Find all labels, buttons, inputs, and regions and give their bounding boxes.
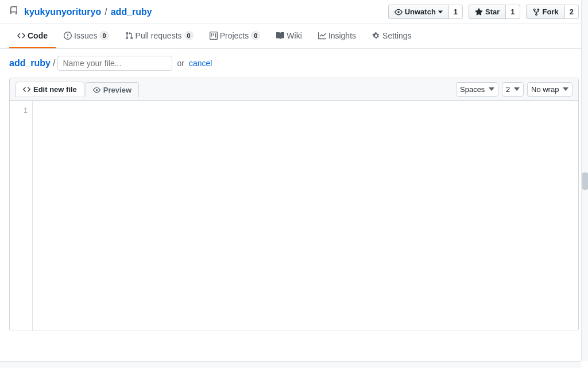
- tab-projects[interactable]: Projects 0: [202, 24, 269, 48]
- editor-container: Edit new file Preview Spaces 2 No wrap: [9, 78, 579, 331]
- fork-group: Fork 2: [526, 5, 579, 19]
- tab-preview[interactable]: Preview: [86, 82, 139, 97]
- tab-pr-label: Pull requests: [136, 31, 182, 40]
- repo-owner-link[interactable]: kyukyunyorituryo: [24, 7, 101, 17]
- breadcrumb-separator: /: [53, 58, 55, 68]
- tab-edit-label: Edit new file: [33, 85, 77, 94]
- code-editor: 1: [10, 101, 578, 331]
- star-label: Star: [485, 7, 500, 16]
- tab-settings-label: Settings: [382, 31, 412, 40]
- code-textarea[interactable]: [33, 101, 578, 325]
- repo-header: kyukyunyorituryo / add_ruby Unwatch 1: [0, 0, 588, 24]
- issues-badge: 0: [99, 31, 109, 40]
- watch-group: Unwatch 1: [388, 5, 463, 19]
- editor-controls: Spaces 2 No wrap: [456, 82, 572, 97]
- breadcrumb-or-text: or: [177, 59, 184, 68]
- star-group: Star 1: [469, 5, 520, 19]
- tab-insights-label: Insights: [328, 31, 356, 40]
- tab-edit-new-file[interactable]: Edit new file: [16, 82, 84, 97]
- repo-icon: [9, 6, 18, 18]
- breadcrumb: add_ruby / or cancel: [0, 49, 588, 78]
- indent-type-select[interactable]: Spaces: [456, 82, 498, 97]
- scrollbar-thumb: [582, 172, 588, 190]
- tab-wiki[interactable]: Wiki: [268, 24, 310, 48]
- breadcrumb-repo-link[interactable]: add_ruby: [9, 58, 51, 68]
- repo-title: kyukyunyorituryo / add_ruby: [9, 6, 152, 18]
- star-count[interactable]: 1: [506, 5, 520, 19]
- fork-label: Fork: [543, 7, 559, 16]
- bottom-scrollbar[interactable]: [0, 361, 581, 368]
- tab-issues-label: Issues: [74, 31, 97, 40]
- watch-count[interactable]: 1: [449, 5, 463, 19]
- tab-code-label: Code: [28, 31, 48, 40]
- tab-pull-requests[interactable]: Pull requests 0: [117, 24, 202, 48]
- tab-preview-label: Preview: [103, 86, 131, 94]
- tab-settings[interactable]: Settings: [364, 24, 420, 48]
- watch-label: Unwatch: [405, 7, 436, 16]
- fork-count[interactable]: 2: [565, 5, 579, 19]
- line-number-1: 1: [14, 105, 28, 117]
- nav-tabs: Code Issues 0 Pull requests 0 Projects 0: [0, 24, 588, 49]
- watch-button[interactable]: Unwatch: [388, 5, 449, 19]
- tab-insights[interactable]: Insights: [310, 24, 364, 48]
- projects-badge: 0: [251, 31, 260, 40]
- repo-name-link[interactable]: add_ruby: [111, 7, 152, 17]
- tab-wiki-label: Wiki: [287, 31, 301, 40]
- editor-tab-group: Edit new file Preview: [16, 82, 139, 97]
- right-scrollbar[interactable]: [581, 0, 588, 361]
- star-button[interactable]: Star: [469, 5, 506, 19]
- indent-size-select[interactable]: 2: [502, 82, 524, 97]
- tab-projects-label: Projects: [220, 31, 249, 40]
- repo-separator: /: [105, 7, 107, 17]
- cancel-link[interactable]: cancel: [189, 59, 212, 68]
- wrap-select[interactable]: No wrap: [527, 82, 572, 97]
- line-numbers: 1: [10, 101, 33, 331]
- header-actions: Unwatch 1 Star 1: [385, 5, 579, 19]
- tab-code[interactable]: Code: [9, 24, 56, 48]
- tab-issues[interactable]: Issues 0: [56, 24, 117, 48]
- editor-toolbar: Edit new file Preview Spaces 2 No wrap: [10, 78, 578, 101]
- pr-badge: 0: [184, 31, 194, 40]
- file-name-input[interactable]: [57, 56, 172, 71]
- fork-button[interactable]: Fork: [526, 5, 565, 19]
